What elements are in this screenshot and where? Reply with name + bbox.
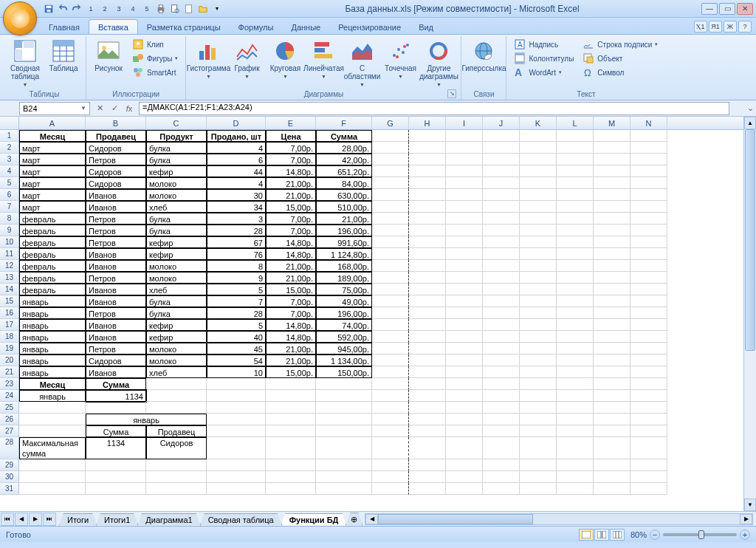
cell-F16[interactable]: 196,00р. bbox=[316, 307, 372, 319]
cell-C10[interactable]: кефир bbox=[146, 236, 207, 248]
cell-H19[interactable] bbox=[409, 343, 446, 355]
cell-K21[interactable] bbox=[520, 366, 557, 378]
cell-B20[interactable]: Сидоров bbox=[86, 355, 146, 366]
cell-I20[interactable] bbox=[446, 355, 483, 366]
cell-H14[interactable] bbox=[409, 284, 446, 295]
cell-G11[interactable] bbox=[372, 248, 409, 260]
cell-F2[interactable]: 28,00р. bbox=[316, 142, 372, 154]
cell-D25[interactable] bbox=[207, 402, 266, 414]
cell-L24[interactable] bbox=[557, 390, 594, 402]
cell-H31[interactable] bbox=[409, 483, 446, 495]
cell-L7[interactable] bbox=[557, 201, 594, 213]
row-header[interactable]: 20 bbox=[0, 355, 19, 366]
zoom-value[interactable]: 80% bbox=[630, 530, 647, 539]
cell-J17[interactable] bbox=[483, 319, 520, 331]
row-header[interactable]: 10 bbox=[0, 236, 19, 248]
cell-E25[interactable] bbox=[266, 402, 316, 414]
cell-E28[interactable] bbox=[266, 437, 316, 459]
cell-J4[interactable] bbox=[483, 165, 520, 177]
zoom-in[interactable]: + bbox=[740, 530, 750, 540]
cell-C27[interactable]: Продавец bbox=[146, 425, 207, 437]
cell-C24[interactable] bbox=[146, 390, 207, 402]
view-page-layout[interactable] bbox=[594, 529, 609, 541]
cell-B4[interactable]: Сидоров bbox=[86, 165, 146, 177]
cell-E2[interactable]: 7,00р. bbox=[266, 142, 316, 154]
cell-E30[interactable] bbox=[266, 471, 316, 483]
cell-A29[interactable] bbox=[19, 459, 86, 471]
cell-M27[interactable] bbox=[594, 425, 630, 437]
cell-D9[interactable]: 28 bbox=[207, 225, 266, 236]
cell-N7[interactable] bbox=[630, 201, 667, 213]
cell-D16[interactable]: 28 bbox=[207, 307, 266, 319]
cell-D15[interactable]: 7 bbox=[207, 295, 266, 307]
cell-C21[interactable]: хлеб bbox=[146, 366, 207, 378]
sheet-tab[interactable]: Итоги1 bbox=[96, 513, 138, 526]
cell-J25[interactable] bbox=[483, 402, 520, 414]
cell-A31[interactable] bbox=[19, 483, 86, 495]
cell-K11[interactable] bbox=[520, 248, 557, 260]
cell-L14[interactable] bbox=[557, 284, 594, 295]
btn-symbol[interactable]: ΩСимвол bbox=[580, 66, 661, 79]
cell-F15[interactable]: 49,00р. bbox=[316, 295, 372, 307]
hscroll-right[interactable]: ▶ bbox=[740, 514, 752, 524]
btn-bar-chart[interactable]: Линейчатая▼ bbox=[306, 38, 341, 81]
cell-K8[interactable] bbox=[520, 213, 557, 225]
cell-E5[interactable]: 21,00р. bbox=[266, 177, 316, 189]
cell-N14[interactable] bbox=[630, 284, 667, 295]
cell-I6[interactable] bbox=[446, 189, 483, 201]
cell-F19[interactable]: 945,00р. bbox=[316, 343, 372, 355]
cell-G30[interactable] bbox=[372, 471, 409, 483]
tab-view[interactable]: Вид bbox=[410, 20, 442, 34]
cell-F31[interactable] bbox=[316, 483, 372, 495]
row-header[interactable]: 14 bbox=[0, 284, 19, 295]
cell-N17[interactable] bbox=[630, 319, 667, 331]
cell-K1[interactable] bbox=[520, 130, 557, 142]
cell-J23[interactable] bbox=[483, 378, 520, 390]
cell-K13[interactable] bbox=[520, 272, 557, 284]
cell-H28[interactable] bbox=[409, 437, 446, 459]
sheet-tab[interactable]: Сводная таблица bbox=[200, 513, 282, 526]
cell-L16[interactable] bbox=[557, 307, 594, 319]
cell-B14[interactable]: Иванов bbox=[86, 284, 146, 295]
cell-H4[interactable] bbox=[409, 165, 446, 177]
cell-D10[interactable]: 67 bbox=[207, 236, 266, 248]
btn-scatter-chart[interactable]: Точечная▼ bbox=[382, 38, 418, 81]
cell-N12[interactable] bbox=[630, 260, 667, 272]
cell-A16[interactable]: январь bbox=[19, 307, 86, 319]
cell-L27[interactable] bbox=[557, 425, 594, 437]
cell-K29[interactable] bbox=[520, 459, 557, 471]
cell-C30[interactable] bbox=[146, 471, 207, 483]
cell-J28[interactable] bbox=[483, 437, 520, 459]
cell-D31[interactable] bbox=[207, 483, 266, 495]
cell-F28[interactable] bbox=[316, 437, 372, 459]
cell-E7[interactable]: 15,00р. bbox=[266, 201, 316, 213]
cell-K28[interactable] bbox=[520, 437, 557, 459]
cell-B6[interactable]: Иванов bbox=[86, 189, 146, 201]
cell-J14[interactable] bbox=[483, 284, 520, 295]
cell-E20[interactable]: 21,00р. bbox=[266, 355, 316, 366]
cell-L3[interactable] bbox=[557, 154, 594, 165]
cell-G8[interactable] bbox=[372, 213, 409, 225]
cell-I4[interactable] bbox=[446, 165, 483, 177]
cell-C12[interactable]: молоко bbox=[146, 260, 207, 272]
cell-D24[interactable] bbox=[207, 390, 266, 402]
cell-N6[interactable] bbox=[630, 189, 667, 201]
row-header[interactable]: 11 bbox=[0, 248, 19, 260]
btn-hyperlink[interactable]: Гиперссылка bbox=[466, 38, 501, 74]
qat-preview[interactable] bbox=[169, 3, 181, 15]
cell-I11[interactable] bbox=[446, 248, 483, 260]
cell-B29[interactable] bbox=[86, 459, 146, 471]
cell-L29[interactable] bbox=[557, 459, 594, 471]
cell-D30[interactable] bbox=[207, 471, 266, 483]
cell-L25[interactable] bbox=[557, 402, 594, 414]
cell-C3[interactable]: булка bbox=[146, 154, 207, 165]
cell-G10[interactable] bbox=[372, 236, 409, 248]
cell-G18[interactable] bbox=[372, 331, 409, 343]
formula-expand[interactable]: ⌄ bbox=[744, 103, 756, 113]
row-header[interactable]: 25 bbox=[0, 402, 19, 414]
cell-K5[interactable] bbox=[520, 177, 557, 189]
cell-N3[interactable] bbox=[630, 154, 667, 165]
cell-N19[interactable] bbox=[630, 343, 667, 355]
cell-G6[interactable] bbox=[372, 189, 409, 201]
cell-J16[interactable] bbox=[483, 307, 520, 319]
